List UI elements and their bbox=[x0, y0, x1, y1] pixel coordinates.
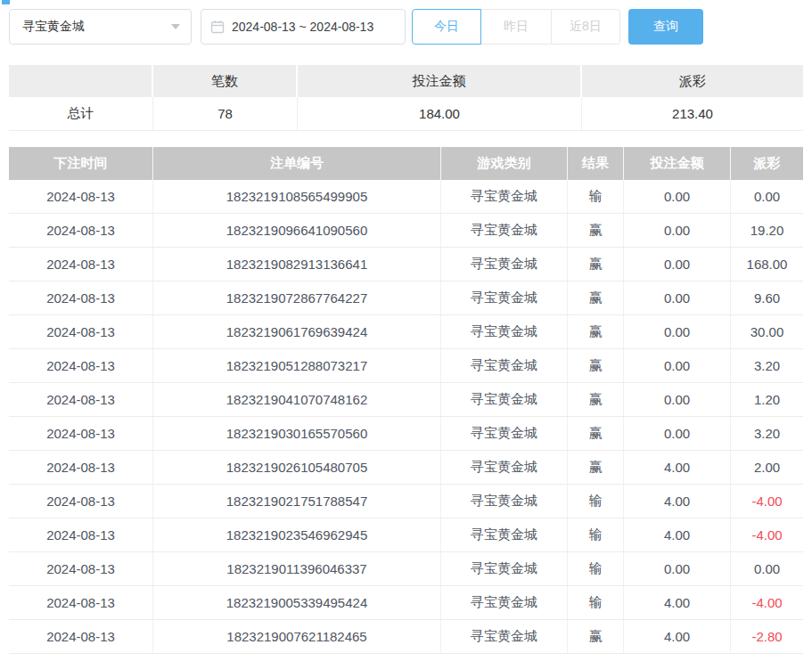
cell-payout: 3.20 bbox=[731, 417, 803, 450]
cell-result: 赢 bbox=[568, 451, 624, 484]
cell-order-id: 1823219051288073217 bbox=[153, 349, 441, 382]
cell-game-type: 寻宝黄金城 bbox=[441, 417, 568, 450]
table-row: 2024-08-13 1823219051288073217 寻宝黄金城 赢 0… bbox=[9, 349, 803, 383]
cell-bet-time: 2024-08-13 bbox=[9, 349, 153, 382]
summary-total-label: 总计 bbox=[9, 97, 153, 130]
chevron-down-icon bbox=[171, 24, 180, 29]
cell-payout: -4.00 bbox=[731, 518, 803, 551]
header-payout: 派彩 bbox=[731, 147, 803, 180]
cell-payout: 1.20 bbox=[731, 383, 803, 416]
search-button[interactable]: 查询 bbox=[628, 9, 703, 45]
table-row: 2024-08-13 1823219030165570560 寻宝黄金城 赢 0… bbox=[9, 417, 803, 451]
summary-header-blank bbox=[9, 65, 153, 97]
cell-bet-time: 2024-08-13 bbox=[9, 417, 153, 450]
cell-bet-amount: 0.00 bbox=[624, 214, 731, 247]
cell-order-id: 1823219108565499905 bbox=[153, 180, 441, 213]
table-body: 2024-08-13 1823219108565499905 寻宝黄金城 输 0… bbox=[9, 180, 803, 654]
cell-order-id: 1823219007621182465 bbox=[153, 620, 441, 653]
last-8-days-button[interactable]: 近8日 bbox=[551, 9, 620, 45]
date-range-value: 2024-08-13 ~ 2024-08-13 bbox=[232, 20, 373, 34]
game-select[interactable]: 寻宝黄金城 bbox=[9, 9, 192, 45]
cell-bet-time: 2024-08-13 bbox=[9, 180, 153, 213]
cell-bet-amount: 0.00 bbox=[624, 349, 731, 382]
today-button[interactable]: 今日 bbox=[412, 9, 481, 45]
table-row: 2024-08-13 1823219023546962945 寻宝黄金城 输 4… bbox=[9, 518, 803, 552]
cell-order-id: 1823219096641090560 bbox=[153, 214, 441, 247]
cell-bet-time: 2024-08-13 bbox=[9, 315, 153, 348]
header-bet-time: 下注时间 bbox=[9, 147, 153, 180]
cell-game-type: 寻宝黄金城 bbox=[441, 620, 568, 653]
cell-payout: 3.20 bbox=[731, 349, 803, 382]
cell-bet-time: 2024-08-13 bbox=[9, 620, 153, 653]
table-row: 2024-08-13 1823219007621182465 寻宝黄金城 赢 4… bbox=[9, 620, 803, 654]
top-left-blue-fragment bbox=[2, 0, 10, 4]
cell-payout: 19.20 bbox=[731, 214, 803, 247]
summary-total-row: 总计 78 184.00 213.40 bbox=[9, 97, 803, 131]
cell-bet-time: 2024-08-13 bbox=[9, 214, 153, 247]
cell-result: 赢 bbox=[568, 349, 624, 382]
table-row: 2024-08-13 1823219082913136641 寻宝黄金城 赢 0… bbox=[9, 248, 803, 282]
cell-game-type: 寻宝黄金城 bbox=[441, 451, 568, 484]
table-row: 2024-08-13 1823219026105480705 寻宝黄金城 赢 4… bbox=[9, 451, 803, 485]
cell-result: 赢 bbox=[568, 620, 624, 653]
cell-bet-amount: 0.00 bbox=[624, 383, 731, 416]
cell-game-type: 寻宝黄金城 bbox=[441, 248, 568, 281]
table-row: 2024-08-13 1823219072867764227 寻宝黄金城 赢 0… bbox=[9, 282, 803, 315]
cell-payout: 9.60 bbox=[731, 282, 803, 314]
cell-order-id: 1823219026105480705 bbox=[153, 451, 441, 484]
date-range-picker[interactable]: 2024-08-13 ~ 2024-08-13 bbox=[201, 9, 406, 45]
cell-payout: 2.00 bbox=[731, 451, 803, 484]
cell-result: 输 bbox=[568, 552, 624, 585]
cell-bet-amount: 4.00 bbox=[624, 620, 731, 653]
cell-bet-time: 2024-08-13 bbox=[9, 518, 153, 551]
cell-bet-time: 2024-08-13 bbox=[9, 586, 153, 619]
cell-game-type: 寻宝黄金城 bbox=[441, 383, 568, 416]
cell-bet-amount: 0.00 bbox=[624, 552, 731, 585]
cell-result: 赢 bbox=[568, 248, 624, 281]
header-game-type: 游戏类别 bbox=[441, 147, 568, 180]
cell-result: 赢 bbox=[568, 214, 624, 247]
cell-order-id: 1823219005339495424 bbox=[153, 586, 441, 619]
cell-payout: 0.00 bbox=[731, 552, 803, 585]
cell-order-id: 1823219021751788547 bbox=[153, 485, 441, 518]
cell-result: 赢 bbox=[568, 282, 624, 314]
quick-range-button-group: 今日 昨日 近8日 bbox=[412, 9, 620, 45]
cell-game-type: 寻宝黄金城 bbox=[441, 180, 568, 213]
yesterday-button[interactable]: 昨日 bbox=[481, 9, 551, 45]
summary-header-count: 笔数 bbox=[153, 65, 298, 97]
cell-payout: 30.00 bbox=[731, 315, 803, 348]
cell-order-id: 1823219041070748162 bbox=[153, 383, 441, 416]
cell-game-type: 寻宝黄金城 bbox=[441, 349, 568, 382]
table-header-row: 下注时间 注单编号 游戏类别 结果 投注金额 派彩 bbox=[9, 147, 803, 180]
cell-result: 输 bbox=[568, 485, 624, 518]
cell-order-id: 1823219072867764227 bbox=[153, 282, 441, 314]
cell-bet-amount: 0.00 bbox=[624, 417, 731, 450]
cell-order-id: 1823219011396046337 bbox=[153, 552, 441, 585]
cell-game-type: 寻宝黄金城 bbox=[441, 282, 568, 314]
table-row: 2024-08-13 1823219011396046337 寻宝黄金城 输 0… bbox=[9, 552, 803, 586]
header-result: 结果 bbox=[568, 147, 624, 180]
table-row: 2024-08-13 1823219061769639424 寻宝黄金城 赢 0… bbox=[9, 315, 803, 349]
cell-bet-time: 2024-08-13 bbox=[9, 248, 153, 281]
bet-records-table: 下注时间 注单编号 游戏类别 结果 投注金额 派彩 2024-08-13 182… bbox=[9, 147, 803, 654]
cell-game-type: 寻宝黄金城 bbox=[441, 485, 568, 518]
cell-bet-time: 2024-08-13 bbox=[9, 485, 153, 518]
cell-order-id: 1823219023546962945 bbox=[153, 518, 441, 551]
cell-order-id: 1823219030165570560 bbox=[153, 417, 441, 450]
cell-order-id: 1823219082913136641 bbox=[153, 248, 441, 281]
cell-bet-amount: 4.00 bbox=[624, 485, 731, 518]
cell-payout: -4.00 bbox=[731, 485, 803, 518]
cell-result: 赢 bbox=[568, 315, 624, 348]
table-row: 2024-08-13 1823219005339495424 寻宝黄金城 输 4… bbox=[9, 586, 803, 620]
summary-header-bet-amount: 投注金额 bbox=[298, 65, 582, 97]
table-row: 2024-08-13 1823219096641090560 寻宝黄金城 赢 0… bbox=[9, 214, 803, 248]
cell-game-type: 寻宝黄金城 bbox=[441, 315, 568, 348]
header-order-id: 注单编号 bbox=[153, 147, 441, 180]
bet-records-page: 寻宝黄金城 2024-08-13 ~ 2024-08-13 今日 昨日 近8日 … bbox=[0, 0, 812, 661]
cell-result: 输 bbox=[568, 180, 624, 213]
cell-bet-amount: 0.00 bbox=[624, 180, 731, 213]
table-row: 2024-08-13 1823219041070748162 寻宝黄金城 赢 0… bbox=[9, 383, 803, 417]
cell-payout: -2.80 bbox=[731, 620, 803, 653]
cell-bet-time: 2024-08-13 bbox=[9, 552, 153, 585]
summary-total-payout: 213.40 bbox=[582, 97, 803, 130]
